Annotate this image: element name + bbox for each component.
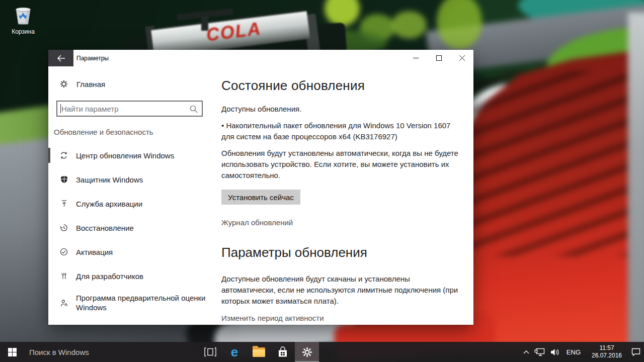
speaker-icon bbox=[550, 348, 560, 356]
window-controls bbox=[404, 50, 473, 66]
start-button[interactable] bbox=[0, 342, 24, 362]
sidebar-item-insider-program[interactable]: Программа предварительной оценки Windows bbox=[48, 288, 221, 317]
task-view-button[interactable] bbox=[198, 342, 222, 362]
recycle-bin-label: Корзина bbox=[4, 28, 42, 35]
system-tray: ENG 11:57 26.07.2016 bbox=[523, 342, 641, 362]
nav-label: Защитник Windows bbox=[76, 175, 143, 185]
taskbar-app-icons: e bbox=[198, 342, 319, 362]
window-title: Параметры bbox=[76, 50, 109, 66]
sidebar-nav: Центр обновления Windows Защитник Window… bbox=[48, 143, 221, 317]
sidebar-item-windows-defender[interactable]: Защитник Windows bbox=[48, 167, 221, 192]
update-item-text: • Накопительный пакет обновления для Win… bbox=[221, 120, 462, 142]
recovery-icon bbox=[59, 223, 68, 232]
folder-icon bbox=[253, 347, 265, 357]
store-icon bbox=[277, 346, 288, 358]
titlebar: Параметры bbox=[48, 50, 473, 66]
language-indicator[interactable]: ENG bbox=[565, 342, 583, 362]
home-label: Главная bbox=[76, 80, 105, 88]
cola-sponsor-text: COLA bbox=[205, 18, 262, 46]
close-button[interactable] bbox=[450, 50, 473, 66]
tray-chevron-button[interactable] bbox=[523, 342, 530, 362]
insider-icon bbox=[59, 298, 68, 308]
f1-t-wing-stem bbox=[201, 17, 208, 31]
action-center-button[interactable] bbox=[631, 342, 641, 362]
settings-button-active[interactable] bbox=[295, 342, 319, 362]
wallpaper-bokeh bbox=[391, 11, 427, 39]
sync-icon bbox=[59, 151, 68, 160]
store-button[interactable] bbox=[271, 342, 295, 362]
clock[interactable]: 11:57 26.07.2016 bbox=[587, 342, 626, 362]
settings-search-input[interactable] bbox=[60, 102, 186, 116]
maximize-icon bbox=[436, 55, 442, 61]
desktop: COLA Корзина Параметры bbox=[0, 0, 644, 362]
recycle-bin-icon bbox=[12, 4, 35, 27]
action-center-icon bbox=[631, 347, 641, 356]
nav-label: Служба архивации bbox=[76, 199, 142, 209]
clock-time: 11:57 bbox=[592, 344, 622, 352]
sidebar-section-label: Обновление и безопасность bbox=[54, 128, 221, 136]
updates-available-text: Доступны обновления. bbox=[221, 104, 462, 115]
nav-label: Программа предварительной оценки Windows bbox=[76, 293, 207, 312]
activation-icon bbox=[59, 247, 68, 256]
settings-window: Параметры bbox=[48, 50, 473, 325]
gear-icon bbox=[59, 79, 68, 88]
update-status-panel: Состояние обновления Доступны обновления… bbox=[221, 66, 473, 325]
clock-date: 26.07.2016 bbox=[592, 352, 622, 359]
settings-gear-icon bbox=[302, 347, 312, 357]
update-options-text: Доступные обновления будут скачаны и уст… bbox=[221, 274, 462, 307]
network-button[interactable] bbox=[534, 342, 545, 362]
install-now-button[interactable]: Установить сейчас bbox=[221, 190, 300, 205]
sidebar-item-developers[interactable]: Для разработчиков bbox=[48, 264, 221, 288]
active-hours-link[interactable]: Изменить период активности bbox=[221, 314, 324, 322]
file-explorer-button[interactable] bbox=[247, 342, 271, 362]
developers-icon bbox=[59, 272, 68, 281]
recycle-bin-shortcut[interactable]: Корзина bbox=[4, 4, 42, 35]
task-view-icon bbox=[204, 347, 216, 356]
backup-icon bbox=[59, 199, 68, 208]
maximize-button[interactable] bbox=[427, 50, 450, 66]
minimize-button[interactable] bbox=[404, 50, 427, 66]
shield-icon bbox=[59, 175, 68, 184]
update-history-link[interactable]: Журнал обновлений bbox=[221, 218, 293, 227]
taskbar: Поиск в Windows e bbox=[0, 342, 644, 362]
back-arrow-icon bbox=[57, 55, 65, 62]
wallpaper-gray-strip bbox=[628, 13, 644, 349]
network-icon bbox=[534, 347, 545, 356]
minimize-icon bbox=[413, 55, 419, 61]
sidebar-item-windows-update[interactable]: Центр обновления Windows bbox=[48, 143, 221, 167]
wallpaper-red-smudge bbox=[464, 70, 638, 256]
nav-label: Восстановление bbox=[76, 223, 134, 233]
settings-search-box bbox=[56, 101, 203, 117]
search-icon[interactable] bbox=[189, 105, 198, 114]
text-caret bbox=[60, 104, 61, 113]
close-icon bbox=[459, 55, 465, 61]
edge-icon: e bbox=[231, 345, 238, 358]
sidebar-item-backup[interactable]: Служба архивации bbox=[48, 192, 221, 216]
nav-label: Активация bbox=[76, 247, 113, 257]
status-heading: Состояние обновления bbox=[221, 78, 473, 94]
sidebar-item-activation[interactable]: Активация bbox=[48, 240, 221, 264]
taskbar-search[interactable]: Поиск в Windows bbox=[24, 342, 198, 362]
update-options-heading: Параметры обновления bbox=[221, 245, 473, 260]
volume-button[interactable] bbox=[550, 342, 560, 362]
nav-label: Для разработчиков bbox=[76, 272, 143, 281]
edge-button[interactable]: e bbox=[222, 342, 247, 362]
auto-install-text: Обновления будут установлены автоматичес… bbox=[221, 148, 462, 181]
chevron-up-icon bbox=[523, 349, 530, 354]
nav-label: Центр обновления Windows bbox=[76, 151, 174, 160]
sidebar-item-home[interactable]: Главная bbox=[48, 75, 221, 93]
back-button[interactable] bbox=[48, 50, 73, 66]
settings-sidebar: Главная Обновление и безопасность bbox=[48, 66, 221, 325]
windows-logo-icon bbox=[8, 348, 17, 356]
sidebar-item-recovery[interactable]: Восстановление bbox=[48, 216, 221, 240]
taskbar-search-label: Поиск в Windows bbox=[29, 348, 89, 356]
